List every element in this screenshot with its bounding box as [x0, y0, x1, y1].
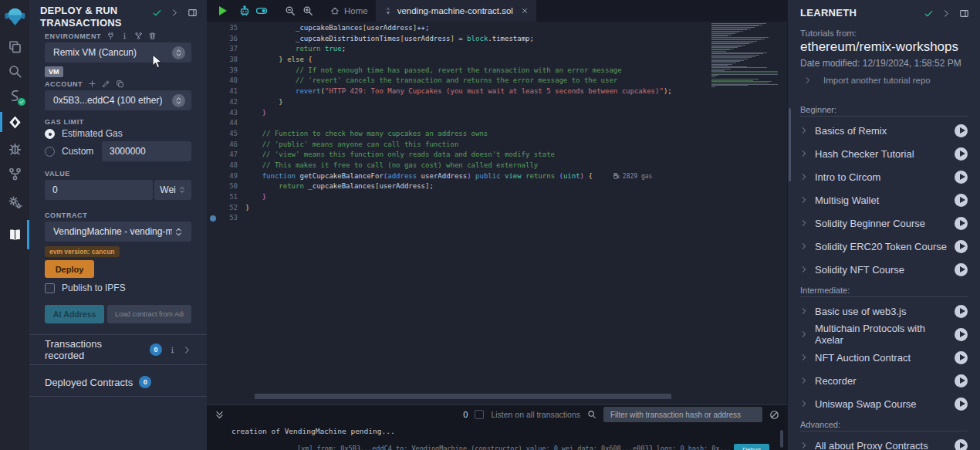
contract-select[interactable]: VendingMachine - vending-machin: [45, 222, 191, 242]
delete-state-icon[interactable]: [148, 32, 157, 40]
play-tutorial-button[interactable]: [955, 171, 968, 184]
code-line[interactable]: 40 // 'revert' cancels the transaction a…: [207, 76, 672, 86]
line-number[interactable]: 36: [207, 34, 238, 45]
transactions-recorded-row[interactable]: Transactions recorded 0: [45, 343, 191, 357]
copy-account-icon[interactable]: [116, 80, 124, 88]
terminal-scrollbar[interactable]: [780, 430, 783, 448]
search-icon[interactable]: [0, 59, 29, 83]
code-line[interactable]: 36 _cupcakeDistributionTimes[userAddress…: [207, 34, 672, 45]
code-line[interactable]: 46 // 'public' means anyone can call thi…: [207, 140, 672, 151]
custom-gas-option[interactable]: Custom: [45, 146, 93, 157]
deploy-button[interactable]: Deploy: [45, 260, 94, 278]
code-line[interactable]: 42 }: [207, 97, 672, 108]
play-tutorial-button[interactable]: [955, 240, 968, 253]
code-line[interactable]: 35 _cupcakeBalances[userAddress]++;: [207, 23, 672, 34]
terminal-filter-input[interactable]: [603, 407, 762, 422]
code-line[interactable]: 43 }: [207, 108, 672, 119]
code-line[interactable]: 53: [207, 213, 672, 224]
line-number[interactable]: 46: [207, 140, 238, 151]
tutorial-item[interactable]: NFT Auction Contract: [800, 346, 968, 369]
code-line[interactable]: 52}: [207, 203, 672, 214]
estimated-gas-option[interactable]: Estimated Gas: [45, 128, 123, 139]
code-line[interactable]: 49 function getCupcakeBalanceFor(address…: [207, 171, 672, 182]
tutorial-item[interactable]: Hash Checker Tutorial: [800, 142, 968, 165]
tutorial-item[interactable]: Recorder: [800, 369, 968, 392]
solidity-compiler-icon[interactable]: [0, 83, 29, 108]
chevron-right-icon[interactable]: [942, 9, 951, 18]
play-tutorial-button[interactable]: [955, 217, 968, 230]
play-tutorial-button[interactable]: [955, 439, 968, 450]
deployed-contracts-row[interactable]: Deployed Contracts 0: [45, 375, 191, 389]
pin-panel-icon[interactable]: [188, 8, 198, 18]
tab-home[interactable]: Home: [323, 0, 376, 22]
line-number[interactable]: 44: [207, 118, 238, 129]
code-line[interactable]: 37 return true;: [207, 44, 672, 55]
line-number[interactable]: 43: [207, 108, 238, 119]
radio-selected-icon[interactable]: [45, 129, 55, 139]
play-tutorial-button[interactable]: [955, 374, 968, 387]
horizontal-scrollbar[interactable]: [255, 394, 671, 399]
line-number[interactable]: 35: [207, 23, 238, 34]
line-number[interactable]: 42: [207, 97, 238, 108]
play-tutorial-button[interactable]: [955, 124, 968, 137]
value-unit-select[interactable]: Wei: [154, 180, 191, 200]
code-line[interactable]: 39 // If not enough time has passed, rev…: [207, 66, 672, 76]
tutorial-item[interactable]: Basic use of web3.js: [800, 299, 968, 323]
tutorial-item[interactable]: Basics of Remix: [800, 119, 968, 142]
code-line[interactable]: 51 }: [207, 192, 672, 203]
code-line[interactable]: 50 return _cupcakeBalances[userAddress];: [207, 181, 672, 192]
file-explorer-icon[interactable]: [0, 34, 29, 59]
info-icon[interactable]: [168, 346, 177, 354]
line-number[interactable]: 40: [207, 76, 238, 86]
at-address-input[interactable]: [107, 305, 191, 323]
ai-assistant-icon[interactable]: [238, 5, 251, 17]
tutorial-item[interactable]: Multichain Protocols with Axelar: [800, 323, 968, 346]
line-number[interactable]: 52: [207, 203, 238, 214]
code-line[interactable]: 47 // 'view' means this function only re…: [207, 150, 672, 161]
play-tutorial-button[interactable]: [955, 328, 968, 341]
tutorial-item[interactable]: Solidity NFT Course: [800, 258, 968, 281]
checkbox-icon[interactable]: [45, 283, 55, 293]
play-tutorial-button[interactable]: [955, 147, 968, 161]
tutorial-item[interactable]: Multisig Wallet: [800, 188, 968, 211]
line-number[interactable]: 45: [207, 129, 238, 140]
tutorial-item[interactable]: Uniswap Swap Course: [800, 392, 968, 415]
plug-icon[interactable]: [106, 32, 115, 40]
radio-unselected-icon[interactable]: [45, 147, 55, 157]
publish-ipfs-option[interactable]: Publish to IPFS: [45, 283, 126, 293]
import-repo-toggle[interactable]: Import another tutorial repo: [804, 76, 931, 85]
chevron-right-icon[interactable]: [183, 346, 191, 354]
expand-terminal-icon[interactable]: [215, 410, 225, 420]
run-script-button[interactable]: [219, 6, 227, 15]
code-line[interactable]: 44: [207, 118, 672, 129]
line-number[interactable]: 39: [207, 66, 238, 76]
close-tab-icon[interactable]: [521, 7, 529, 15]
listen-checkbox[interactable]: [475, 410, 484, 419]
pin-panel-icon[interactable]: [959, 8, 969, 19]
git-icon[interactable]: [0, 161, 29, 186]
search-icon[interactable]: [587, 410, 596, 419]
remix-logo-icon[interactable]: [0, 4, 29, 29]
custom-gas-input[interactable]: [102, 141, 191, 161]
play-tutorial-button[interactable]: [955, 194, 968, 207]
learneth-icon[interactable]: [0, 222, 29, 247]
add-account-icon[interactable]: [88, 80, 96, 88]
line-number[interactable]: 38: [207, 55, 238, 66]
ai-toggle-icon[interactable]: [255, 5, 268, 17]
zoom-in-icon[interactable]: [302, 5, 313, 16]
tutorial-item[interactable]: All about Proxy Contracts: [800, 434, 968, 450]
tutorial-item[interactable]: Solidity ERC20 Token Course: [800, 235, 968, 258]
play-tutorial-button[interactable]: [955, 398, 968, 411]
line-number[interactable]: 50: [207, 181, 238, 192]
line-number[interactable]: 51: [207, 192, 238, 203]
code-line[interactable]: 38 } else {: [207, 55, 672, 66]
fork-state-icon[interactable]: [134, 32, 143, 40]
deploy-run-icon[interactable]: [0, 110, 29, 134]
code-line[interactable]: 48 // This makes it free to call (no gas…: [207, 161, 672, 171]
at-address-button[interactable]: At Address: [45, 305, 104, 323]
sign-message-icon[interactable]: [102, 80, 110, 88]
environment-select[interactable]: Remix VM (Cancun): [45, 42, 191, 63]
value-input[interactable]: [45, 180, 153, 200]
line-number[interactable]: 49: [207, 171, 238, 182]
minimap[interactable]: [711, 23, 781, 91]
